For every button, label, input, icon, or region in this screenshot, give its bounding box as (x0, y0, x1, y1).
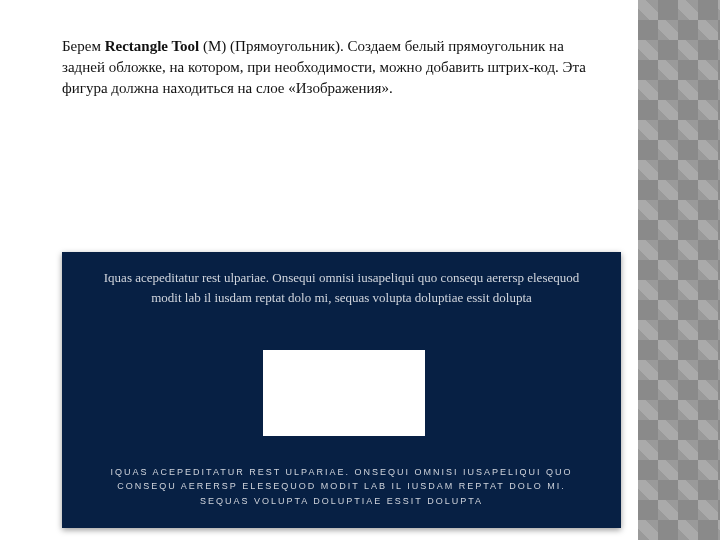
cover-bottom-placeholder-text: IQUAS ACEPEDITATUR REST ULPARIAE. ONSEQU… (98, 465, 585, 508)
barcode-white-rectangle (263, 350, 425, 436)
instruction-prefix: Берем (62, 38, 105, 54)
instruction-bold: Rectangle Tool (105, 38, 200, 54)
instruction-paragraph: Берем Rectangle Tool (M) (Прямоугольник)… (62, 36, 592, 99)
cover-top-placeholder-text: Iquas acepeditatur rest ulpariae. Onsequ… (102, 268, 581, 307)
cover-preview-panel: Iquas acepeditatur rest ulpariae. Onsequ… (62, 252, 621, 528)
side-diamond-pattern (638, 0, 720, 540)
